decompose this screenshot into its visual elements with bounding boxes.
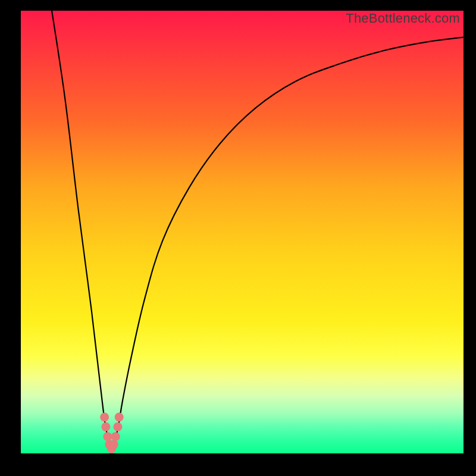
chart-area: TheBottleneck.com xyxy=(21,11,464,453)
bottleneck-chart xyxy=(21,11,464,453)
minimum-dot xyxy=(113,422,122,431)
minimum-dot xyxy=(111,432,120,441)
minimum-dot xyxy=(109,440,118,449)
minimum-dot xyxy=(115,412,124,421)
minimum-dot xyxy=(100,412,109,421)
minimum-dot xyxy=(103,432,112,441)
bottleneck-curve xyxy=(52,11,464,453)
minimum-dot xyxy=(101,422,110,431)
minimum-marker-dots xyxy=(100,412,124,453)
